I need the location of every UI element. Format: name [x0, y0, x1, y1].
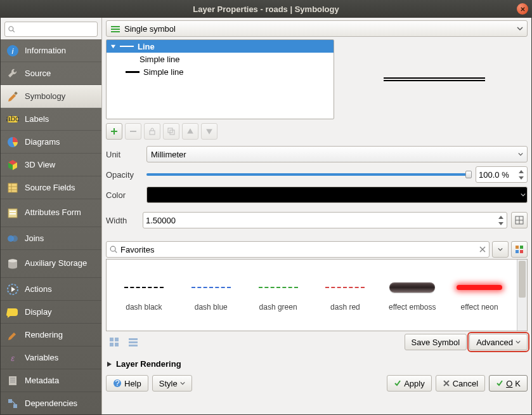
favorites-menu-button[interactable]	[492, 241, 509, 258]
dash-swatch-icon	[191, 287, 231, 288]
color-picker[interactable]	[146, 187, 528, 203]
symbol-cell[interactable]: dash green	[245, 263, 312, 327]
sidebar-item-sourcefields[interactable]: Source Fields	[1, 176, 101, 199]
svg-point-18	[11, 235, 18, 242]
svg-rect-49	[115, 343, 119, 346]
neon-swatch-icon	[457, 285, 502, 290]
lock-layer-button[interactable]	[144, 123, 160, 140]
search-icon	[109, 245, 118, 254]
sidebar-item-auxstorage[interactable]: Auxiliary Storage	[1, 250, 101, 278]
symbol-cell[interactable]: effect emboss	[379, 263, 446, 327]
move-up-button[interactable]	[182, 123, 198, 140]
spin-down-icon[interactable]	[517, 175, 526, 181]
sidebar-item-information[interactable]: i Information	[1, 39, 101, 62]
sidebar-item-label: Source	[25, 69, 51, 78]
metadata-icon	[6, 374, 20, 388]
dash-swatch-icon	[259, 287, 298, 288]
sidebar-item-attributesform[interactable]: Attributes Form	[1, 199, 101, 227]
sidebar-item-diagrams[interactable]: Diagrams	[1, 131, 101, 154]
help-button[interactable]: ?Help	[106, 375, 148, 392]
storage-icon	[6, 257, 20, 271]
symbol-cell[interactable]: dash red	[311, 263, 379, 327]
layer-rendering-toggle[interactable]: Layer Rendering	[106, 359, 528, 369]
sidebar-item-labels[interactable]: abc Labels	[1, 108, 101, 131]
svg-point-40	[110, 246, 115, 251]
sidebar-item-display[interactable]: Display	[1, 301, 101, 324]
svg-text:?: ?	[115, 379, 119, 388]
duplicate-layer-button[interactable]	[163, 123, 179, 140]
clear-search-icon[interactable]	[479, 246, 486, 253]
symbol-layer-tree[interactable]: Line Simple line Simple line	[106, 39, 334, 119]
svg-line-29	[12, 401, 15, 404]
sidebar-item-metadata[interactable]: Metadata	[1, 369, 101, 392]
tree-row-child[interactable]: Simple line	[107, 53, 334, 65]
help-icon: ?	[113, 379, 122, 388]
unit-combo[interactable]: Millimeter	[146, 146, 528, 162]
move-down-button[interactable]	[201, 123, 217, 140]
display-icon	[6, 305, 20, 319]
list-view-icon	[128, 337, 138, 347]
actions-icon	[6, 282, 20, 296]
slider-thumb[interactable]	[465, 171, 472, 178]
spin-up-icon[interactable]	[496, 214, 505, 220]
chevron-down-icon	[498, 247, 503, 252]
svg-rect-28	[13, 404, 17, 408]
sidebar-item-label: Symbology	[25, 91, 65, 101]
close-button[interactable]	[517, 3, 528, 15]
symbol-preview	[341, 39, 528, 119]
style-manager-button[interactable]	[511, 241, 528, 258]
renderer-combo[interactable]: Single symbol	[106, 20, 528, 37]
diagrams-icon	[6, 135, 20, 149]
cancel-button[interactable]: Cancel	[436, 375, 485, 392]
sidebar-item-label: Dependencies	[25, 399, 77, 408]
data-defined-button[interactable]	[511, 212, 528, 228]
sidebar-item-dependencies[interactable]: Dependencies	[1, 392, 101, 414]
save-symbol-button[interactable]: Save Symbol	[405, 334, 467, 350]
line-swatch-icon	[120, 46, 134, 47]
sidebar-item-variables[interactable]: ε Variables	[1, 346, 101, 369]
sidebar-search[interactable]	[4, 22, 98, 37]
gallery-scrollbar[interactable]	[517, 260, 527, 331]
list-view-button[interactable]	[125, 334, 141, 350]
opacity-slider[interactable]	[146, 170, 472, 179]
sidebar-search-input[interactable]	[18, 25, 94, 34]
spin-down-icon[interactable]	[496, 220, 505, 227]
sidebar-item-3dview[interactable]: 3D View	[1, 154, 101, 176]
svg-rect-43	[520, 246, 523, 249]
sidebar-item-source[interactable]: Source	[1, 62, 101, 85]
grid-view-icon	[109, 337, 119, 347]
icon-view-button[interactable]	[106, 334, 122, 350]
info-icon: i	[6, 44, 20, 58]
sidebar-item-symbology[interactable]: Symbology	[1, 85, 101, 108]
sidebar-item-label: Diagrams	[25, 137, 60, 147]
favorites-search-input[interactable]	[120, 245, 476, 254]
labels-icon: abc	[6, 112, 20, 126]
symbol-cell[interactable]: dash black	[110, 263, 178, 327]
scrollbar-thumb[interactable]	[519, 261, 526, 298]
svg-rect-30	[111, 26, 120, 27]
advanced-button[interactable]: Advanced	[469, 334, 528, 350]
add-layer-button[interactable]	[106, 123, 122, 140]
apply-button[interactable]: Apply	[387, 375, 432, 392]
dash-swatch-icon	[325, 287, 365, 288]
svg-rect-45	[520, 250, 523, 253]
preview-line-icon	[384, 77, 485, 81]
ok-button[interactable]: OK	[489, 375, 528, 392]
tree-row-child[interactable]: Simple line	[107, 65, 334, 78]
sidebar-item-actions[interactable]: Actions	[1, 278, 101, 301]
style-button[interactable]: Style	[152, 375, 192, 392]
sidebar-item-rendering[interactable]: Rendering	[1, 324, 101, 346]
tree-row-root[interactable]: Line	[107, 40, 334, 53]
triangle-up-icon	[186, 128, 194, 135]
favorites-search[interactable]	[106, 241, 490, 258]
remove-layer-button[interactable]	[125, 123, 141, 140]
opacity-spinbox[interactable]: 100.0 %	[476, 166, 528, 183]
sidebar-item-joins[interactable]: Joins	[1, 227, 101, 250]
lock-icon	[148, 127, 157, 136]
width-spinbox[interactable]: 1.50000	[143, 212, 507, 228]
spin-up-icon[interactable]	[517, 168, 526, 175]
symbol-cell[interactable]: effect neon	[446, 263, 513, 327]
symbol-cell[interactable]: dash blue	[178, 263, 245, 327]
svg-rect-16	[10, 213, 16, 214]
svg-rect-27	[8, 399, 12, 403]
